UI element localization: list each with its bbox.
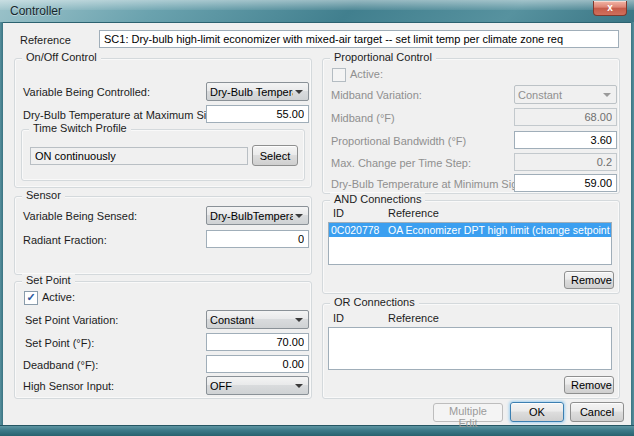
midband-variation-label: Midband Variation: bbox=[331, 89, 422, 101]
time-switch-profile-title: Time Switch Profile bbox=[29, 122, 131, 134]
and-id-header: ID bbox=[333, 207, 344, 219]
variable-controlled-value: Dry-Bulb Temperatu bbox=[210, 86, 293, 98]
on-off-control-title: On/Off Control bbox=[22, 51, 101, 63]
proportional-bandwidth-label: Proportional Bandwidth (°F) bbox=[331, 135, 466, 147]
variable-controlled-dropdown[interactable]: Dry-Bulb Temperatu bbox=[206, 82, 309, 101]
controller-dialog: Controller x Reference On/Off Control Va… bbox=[0, 0, 634, 436]
proportional-active-checkbox[interactable] bbox=[332, 68, 346, 82]
titlebar-gloss bbox=[0, 0, 634, 10]
variable-sensed-label: Variable Being Sensed: bbox=[23, 210, 137, 222]
or-id-header: ID bbox=[333, 312, 344, 324]
window-frame-bottom bbox=[0, 425, 634, 436]
ok-button[interactable]: OK bbox=[510, 402, 564, 422]
chevron-down-icon bbox=[295, 384, 303, 388]
set-point-title: Set Point bbox=[22, 274, 75, 286]
midband-label: Midband (°F) bbox=[331, 112, 395, 124]
and-row-reference: OA Economizer DPT high limit (change set… bbox=[388, 224, 611, 236]
cancel-button[interactable]: Cancel bbox=[570, 402, 624, 422]
set-point-active-label: Active: bbox=[42, 291, 75, 303]
or-connections-title: OR Connections bbox=[330, 296, 419, 308]
set-point-input[interactable] bbox=[206, 333, 309, 351]
min-signal-input[interactable] bbox=[514, 174, 617, 192]
variable-sensed-value: Dry-BulbTemperatur bbox=[210, 210, 293, 222]
max-change-label: Max. Change per Time Step: bbox=[331, 157, 471, 169]
radiant-fraction-label: Radiant Fraction: bbox=[23, 234, 107, 246]
midband-input bbox=[514, 108, 617, 126]
set-point-variation-value: Constant bbox=[210, 314, 293, 326]
close-icon[interactable]: x bbox=[593, 1, 627, 16]
title-bar[interactable]: Controller x bbox=[0, 0, 634, 23]
set-point-group: Set Point Active: Set Point Variation: C… bbox=[14, 281, 312, 399]
radiant-fraction-input[interactable] bbox=[206, 230, 309, 248]
or-connections-group: OR Connections ID Reference Remove bbox=[322, 303, 620, 399]
and-connections-title: AND Connections bbox=[330, 193, 425, 205]
set-point-variation-dropdown[interactable]: Constant bbox=[206, 310, 309, 329]
midband-variation-dropdown: Constant bbox=[514, 85, 617, 104]
and-row-id: 0C020778 bbox=[329, 224, 388, 236]
variable-controlled-label: Variable Being Controlled: bbox=[23, 86, 150, 98]
reference-input[interactable] bbox=[99, 30, 619, 48]
and-connections-list[interactable]: 0C020778 OA Economizer DPT high limit (c… bbox=[328, 222, 612, 265]
midband-variation-value: Constant bbox=[518, 89, 601, 101]
set-point-active-checkbox[interactable] bbox=[24, 291, 38, 305]
proportional-control-title: Proportional Control bbox=[330, 51, 436, 63]
time-switch-profile-group: Time Switch Profile Select bbox=[21, 129, 305, 181]
and-connections-group: AND Connections ID Reference 0C020778 OA… bbox=[322, 200, 620, 294]
chevron-down-icon bbox=[603, 93, 611, 97]
proportional-active-label: Active: bbox=[350, 68, 383, 80]
reference-label: Reference bbox=[20, 34, 71, 46]
deadband-input[interactable] bbox=[206, 355, 309, 373]
high-sensor-input-dropdown[interactable]: OFF bbox=[206, 376, 309, 395]
chevron-down-icon bbox=[295, 318, 303, 322]
set-point-value-label: Set Point (°F): bbox=[25, 337, 94, 349]
max-signal-input[interactable] bbox=[206, 105, 309, 123]
variable-sensed-dropdown[interactable]: Dry-BulbTemperatur bbox=[206, 206, 309, 225]
set-point-variation-label: Set Point Variation: bbox=[25, 314, 118, 326]
select-button[interactable]: Select bbox=[252, 145, 298, 166]
high-sensor-input-label: High Sensor Input: bbox=[23, 380, 114, 392]
chevron-down-icon bbox=[295, 90, 303, 94]
sensor-group: Sensor Variable Being Sensed: Dry-BulbTe… bbox=[14, 196, 312, 275]
or-reference-header: Reference bbox=[388, 312, 439, 324]
proportional-bandwidth-input[interactable] bbox=[514, 131, 617, 149]
and-connection-row[interactable]: 0C020778 OA Economizer DPT high limit (c… bbox=[329, 223, 611, 237]
or-connections-list[interactable] bbox=[328, 327, 612, 370]
and-reference-header: Reference bbox=[388, 207, 439, 219]
and-remove-button[interactable]: Remove bbox=[564, 271, 614, 289]
window-title: Controller bbox=[10, 4, 62, 18]
high-sensor-input-value: OFF bbox=[210, 380, 293, 392]
on-off-control-group: On/Off Control Variable Being Controlled… bbox=[14, 58, 312, 188]
sensor-title: Sensor bbox=[22, 189, 65, 201]
multiple-edit-button: Multiple Edit bbox=[433, 403, 503, 422]
proportional-control-group: Proportional Control Active: Midband Var… bbox=[322, 58, 620, 194]
chevron-down-icon bbox=[295, 214, 303, 218]
or-remove-button[interactable]: Remove bbox=[564, 376, 614, 394]
window-frame-left bbox=[0, 22, 3, 436]
max-change-input bbox=[514, 153, 617, 171]
time-switch-profile-value bbox=[30, 147, 248, 165]
deadband-label: Deadband (°F): bbox=[23, 359, 98, 371]
